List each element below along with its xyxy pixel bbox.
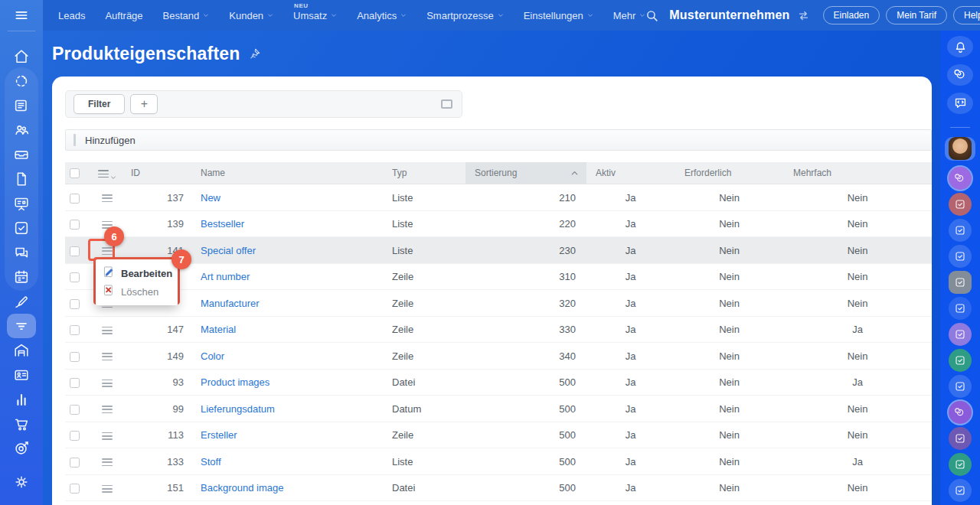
sidebar-marketing-icon[interactable] [7, 436, 36, 461]
column-header-typ[interactable]: Typ [383, 162, 466, 184]
nav-item-smartprozesse[interactable]: Smartprozesse [426, 10, 503, 21]
task-chat-badge-7[interactable] [949, 323, 972, 346]
property-link[interactable]: Lieferungsdatum [201, 403, 275, 415]
sidebar-menu-icon[interactable] [0, 0, 43, 31]
context-menu-item-bearbeiten[interactable]: Bearbeiten [96, 264, 178, 282]
nav-item-einstellungen[interactable]: Einstellungen [524, 10, 593, 21]
row-checkbox[interactable] [70, 405, 80, 415]
row-menu-icon[interactable] [102, 247, 113, 255]
property-link[interactable]: Bestseller [201, 218, 244, 230]
column-header-aktiv[interactable]: Aktiv [586, 162, 675, 184]
copilot-chat-badge-10[interactable] [949, 401, 972, 424]
nav-item-auftr-ge[interactable]: Aufträge [105, 10, 142, 21]
task-chat-badge-2[interactable] [949, 193, 972, 216]
column-header-sortierung[interactable]: Sortierung [466, 162, 586, 184]
nav-item-analytics[interactable]: Analytics [357, 10, 407, 21]
task-chat-badge-3[interactable] [949, 219, 972, 242]
sidebar-home-icon[interactable] [7, 44, 36, 69]
sidebar-news-icon[interactable] [7, 93, 36, 118]
property-link[interactable]: New [201, 192, 220, 204]
column-header-name[interactable]: Name [191, 162, 383, 184]
sidebar-shop-icon[interactable] [7, 412, 36, 436]
sidebar-calendar-icon[interactable] [7, 265, 36, 289]
nav-item-mehr[interactable]: Mehr [613, 10, 646, 21]
nav-item-bestand[interactable]: Bestand [163, 10, 210, 21]
notifications-bell-icon[interactable] [947, 36, 973, 57]
grid-settings-icon[interactable] [98, 170, 116, 183]
mein-tarif-button[interactable]: Mein Tarif [886, 6, 947, 24]
pin-icon[interactable] [248, 47, 261, 60]
sidebar-sign-icon[interactable] [7, 289, 36, 314]
row-checkbox[interactable] [70, 299, 80, 309]
filter-button[interactable]: Filter [74, 94, 125, 114]
task-chat-badge-11[interactable] [949, 427, 972, 450]
task-chat-badge-12[interactable] [949, 453, 972, 476]
row-checkbox[interactable] [70, 484, 80, 494]
row-menu-icon[interactable] [102, 406, 113, 413]
select-all-checkbox[interactable] [70, 168, 80, 178]
row-checkbox[interactable] [70, 194, 80, 204]
task-chat-badge-8[interactable] [949, 349, 972, 372]
search-icon[interactable] [645, 9, 658, 22]
chat-user-avatar[interactable] [945, 137, 975, 161]
nav-item-leads[interactable]: Leads [58, 10, 85, 21]
row-checkbox[interactable] [70, 378, 80, 388]
column-header-erforderlich[interactable]: Erforderlich [675, 162, 784, 184]
row-checkbox[interactable] [70, 272, 80, 282]
sidebar-employees-icon[interactable] [7, 118, 36, 142]
property-link[interactable]: Color [201, 350, 224, 362]
sidebar-reports-icon[interactable] [7, 387, 36, 412]
add-filter-button[interactable]: + [130, 94, 158, 114]
row-menu-icon[interactable] [102, 353, 113, 360]
column-header-mehrfach[interactable]: Mehrfach [784, 162, 932, 184]
sidebar-crm-funnel-icon[interactable] [7, 314, 36, 338]
task-chat-badge-4[interactable] [949, 245, 972, 268]
sidebar-presentation-icon[interactable] [7, 191, 36, 216]
property-link[interactable]: Background image [201, 482, 283, 494]
task-chat-badge-9[interactable] [949, 375, 972, 398]
filter-settings-icon[interactable] [441, 99, 452, 109]
property-link[interactable]: Special offer [201, 245, 256, 256]
row-menu-icon[interactable] [102, 458, 113, 466]
property-link[interactable]: Stoff [201, 456, 221, 468]
row-menu-icon[interactable] [102, 485, 113, 493]
row-menu-icon[interactable] [102, 327, 113, 334]
row-checkbox[interactable] [70, 352, 80, 362]
property-link[interactable]: Material [201, 324, 236, 335]
sidebar-tasks-icon[interactable] [7, 216, 36, 240]
sidebar-settings-icon[interactable] [7, 470, 36, 494]
nav-item-umsatz[interactable]: NEUUmsatz [293, 10, 337, 21]
add-button[interactable]: Hinzufügen [85, 135, 136, 146]
nav-item-kunden[interactable]: Kunden [229, 10, 273, 21]
property-link[interactable]: Ersteller [201, 429, 237, 441]
row-checkbox[interactable] [70, 220, 80, 230]
sidebar-warehouse-icon[interactable] [7, 338, 36, 363]
row-checkbox[interactable] [70, 458, 80, 468]
property-link[interactable]: Art number [201, 271, 250, 282]
context-menu-item-l-schen[interactable]: Löschen [96, 282, 178, 301]
task-chat-badge-5[interactable] [949, 271, 972, 294]
row-checkbox[interactable] [70, 246, 80, 256]
sidebar-contacts-icon[interactable] [7, 363, 36, 387]
row-menu-icon[interactable] [102, 432, 113, 440]
task-chat-badge-13[interactable] [949, 479, 972, 502]
sidebar-documents-icon[interactable] [7, 167, 36, 191]
helpdesk-button[interactable]: Helpdesk [953, 6, 980, 24]
company-name[interactable]: Musterunternehmen [669, 8, 789, 22]
row-menu-icon[interactable] [102, 194, 113, 202]
row-checkbox[interactable] [70, 325, 80, 335]
switch-company-icon[interactable] [798, 10, 809, 21]
copilot-icon[interactable] [947, 64, 973, 86]
task-chat-badge-6[interactable] [949, 297, 972, 320]
messenger-icon[interactable] [947, 93, 973, 114]
property-link[interactable]: Manufacturer [201, 298, 260, 309]
sidebar-live-feed-icon[interactable] [7, 69, 36, 93]
row-checkbox[interactable] [70, 431, 80, 441]
sidebar-inbox-icon[interactable] [7, 142, 36, 167]
row-menu-icon[interactable] [102, 380, 113, 387]
einladen-button[interactable]: Einladen [823, 6, 880, 24]
column-header-id[interactable]: ID [126, 162, 191, 184]
sidebar-chat-icon[interactable] [7, 240, 36, 265]
property-link[interactable]: Product images [201, 376, 270, 388]
copilot-chat-badge-1[interactable] [949, 167, 972, 190]
